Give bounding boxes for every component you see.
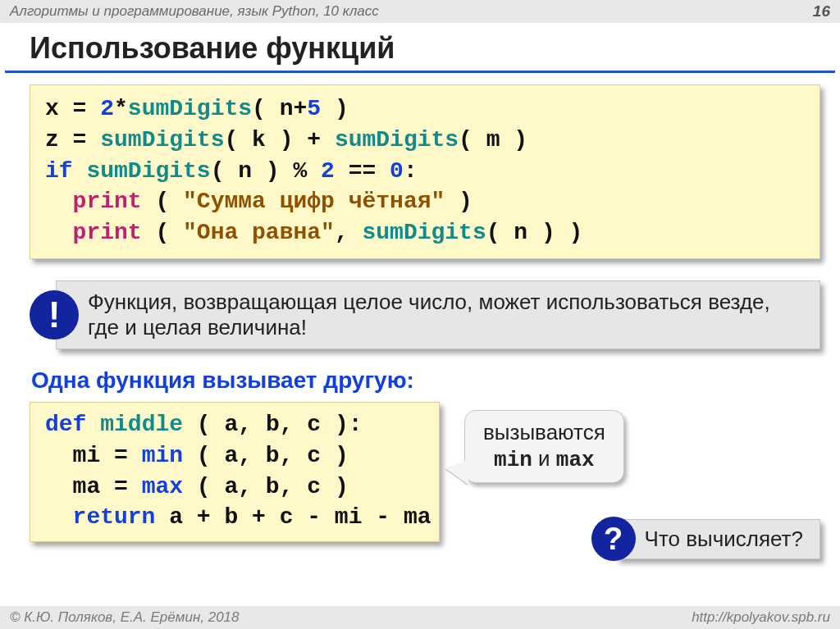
callout-and: и — [532, 446, 556, 471]
question-icon: ? — [591, 517, 636, 561]
code-text — [45, 504, 73, 530]
code-text: x = — [45, 96, 100, 121]
code-keyword: def — [45, 412, 86, 437]
callout-line2: min и max — [483, 445, 605, 474]
code-text: : — [404, 158, 418, 184]
code-keyword: if — [45, 158, 73, 184]
code-text: ( k ) + — [224, 127, 334, 153]
code-builtin: print — [73, 189, 142, 214]
code-text: ( a, b, c ) — [183, 474, 349, 499]
code-text: ) — [445, 189, 472, 214]
code-text: * — [114, 96, 128, 121]
footer-bar: © К.Ю. Поляков, Е.А. Ерёмин, 2018 http:/… — [0, 606, 840, 629]
callout-line1: вызываются — [483, 419, 605, 446]
code-string: "Сумма цифр чётная" — [183, 189, 445, 214]
code-text: ma = — [45, 474, 142, 499]
code-number: 2 — [100, 96, 114, 121]
code-text — [45, 189, 73, 214]
code-number: 0 — [390, 158, 404, 184]
code-text: , — [335, 220, 363, 245]
question-row: ? Что вычисляет? — [591, 517, 820, 561]
code-text: ( — [142, 189, 183, 214]
code-text: ( n+ — [252, 96, 307, 121]
code-builtin: min — [142, 443, 183, 468]
code-func: sumDigits — [363, 220, 486, 245]
callout-mono: min — [494, 448, 532, 472]
code-text — [45, 220, 73, 245]
code-func: middle — [100, 412, 183, 437]
code-keyword: return — [73, 504, 156, 530]
note-box: Функция, возвращающая целое число, может… — [56, 280, 820, 349]
code-text: mi = — [45, 443, 142, 468]
sub-heading: Одна функция вызывает другую: — [31, 367, 840, 394]
header-bar: Алгоритмы и программирование, язык Pytho… — [0, 0, 840, 23]
footer-url: http://kpolyakov.spb.ru — [692, 609, 830, 626]
code-builtin: print — [73, 220, 142, 245]
code-text: a + b + c - mi - ma — [155, 504, 431, 530]
code-block-1: x = 2*sumDigits( n+5 ) z = sumDigits( k … — [30, 84, 820, 259]
code-func: sumDigits — [335, 127, 459, 153]
code-builtin: max — [142, 474, 183, 499]
copyright: © К.Ю. Поляков, Е.А. Ерёмин, 2018 — [10, 609, 240, 626]
code-text: ( n ) ) — [486, 220, 583, 245]
code-number: 5 — [307, 96, 321, 121]
code-text: ( — [142, 220, 183, 245]
note-row: ! Функция, возвращающая целое число, мож… — [30, 280, 820, 349]
code-text: ( a, b, c ): — [183, 412, 362, 437]
code-text: ( m ) — [459, 127, 527, 153]
callout-bubble: вызываются min и max — [464, 410, 624, 483]
code-block-2: def middle ( a, b, c ): mi = min ( a, b,… — [30, 402, 440, 542]
code-number: 2 — [321, 158, 335, 184]
callout-mono: max — [556, 448, 595, 472]
code-text: z = — [45, 127, 100, 153]
code-text: ) — [321, 96, 349, 121]
code-text: ( a, b, c ) — [183, 443, 349, 468]
code-text — [73, 158, 87, 184]
slide-title: Использование функций — [5, 23, 835, 73]
code-text — [86, 412, 100, 437]
code-func: sumDigits — [128, 96, 252, 121]
code-text: ( n ) % — [211, 158, 321, 184]
code-string: "Она равна" — [183, 220, 335, 245]
exclamation-icon: ! — [30, 290, 79, 340]
course-label: Алгоритмы и программирование, язык Pytho… — [10, 3, 379, 20]
page-number: 16 — [813, 2, 830, 21]
question-box: Что вычисляет? — [616, 519, 820, 559]
code-text: == — [335, 158, 390, 184]
code-func: sumDigits — [100, 127, 224, 153]
code-func: sumDigits — [86, 158, 210, 184]
